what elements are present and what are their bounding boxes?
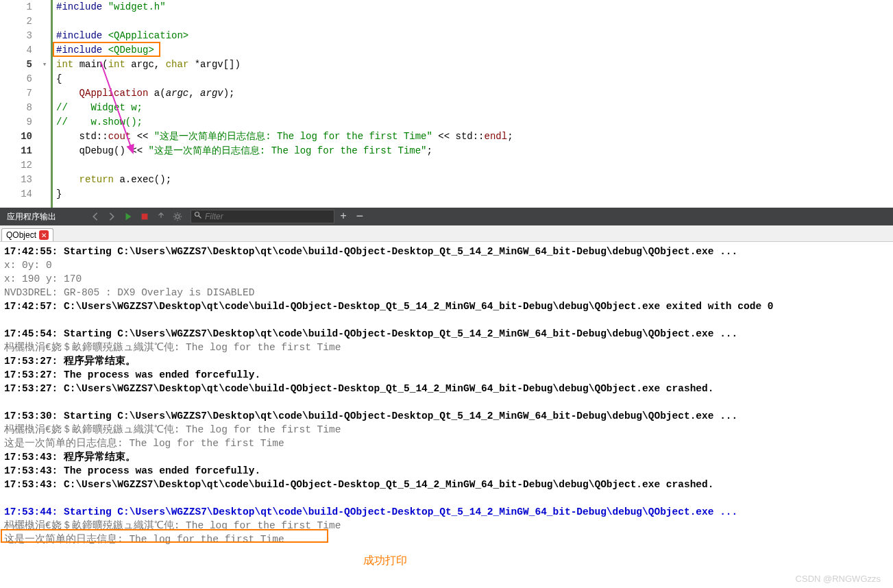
output-line: 17:53:43: C:\Users\WGZZS7\Desktop\qt\cod… (4, 478, 889, 491)
output-line: 17:53:27: C:\Users\WGZZS7\Desktop\qt\cod… (4, 382, 889, 395)
output-line: x: 190 y: 170 (4, 272, 889, 286)
run-button[interactable] (121, 209, 136, 224)
output-line: 17:53:27: 程序异常结束。 (4, 354, 889, 368)
attach-button[interactable] (154, 209, 169, 224)
output-pane[interactable]: 17:42:55: Starting C:\Users\WGZZS7\Deskt… (0, 242, 893, 549)
code-line[interactable]: QApplication a(argc, argv); (51, 86, 893, 101)
close-icon[interactable]: ✕ (39, 230, 49, 240)
code-line[interactable]: #include "widget.h" (51, 0, 893, 14)
output-line: x: 0y: 0 (4, 258, 889, 272)
svg-rect-1 (142, 214, 148, 220)
code-line[interactable]: // Widget w; (51, 101, 893, 115)
code-line[interactable]: { (51, 72, 893, 86)
settings-button[interactable] (170, 209, 185, 224)
code-line[interactable] (51, 158, 893, 173)
output-line: 17:53:43: The process was ended forceful… (4, 464, 889, 478)
code-line[interactable]: // w.show(); (51, 115, 893, 130)
code-area[interactable]: #include "widget.h"#include <QApplicatio… (51, 0, 893, 208)
search-icon (194, 211, 202, 222)
output-tab-bar: QObject ✕ (0, 225, 893, 242)
svg-line-4 (199, 216, 201, 219)
output-line: 17:53:43: 程序异常结束。 (4, 450, 889, 464)
change-indicator (51, 0, 53, 208)
next-button[interactable] (104, 209, 119, 224)
code-line[interactable] (51, 14, 893, 29)
output-line: 17:42:55: Starting C:\Users\WGZZS7\Deskt… (4, 245, 889, 258)
svg-point-2 (175, 215, 179, 218)
tab-label: QObject (6, 230, 36, 240)
panel-title: 应用程序输出 (0, 211, 63, 223)
zoom-out-button[interactable]: − (352, 209, 367, 224)
output-line: 17:53:44: Starting C:\Users\WGZZS7\Deskt… (4, 505, 889, 519)
stop-button[interactable] (137, 209, 152, 224)
output-line (4, 395, 889, 409)
code-line[interactable]: std::cout << "这是一次简单的日志信息: The log for t… (51, 130, 893, 144)
code-line[interactable]: } (51, 187, 893, 201)
output-line: 17:42:57: C:\Users\WGZZS7\Desktop\qt\cod… (4, 299, 889, 313)
code-editor[interactable]: 1234567891011121314 ▾ #include "widget.h… (0, 0, 893, 208)
code-line[interactable]: #include <QApplication> (51, 29, 893, 43)
output-line (4, 313, 889, 327)
output-line: 这是一次简单的日志信息: The log for the first Time (4, 532, 889, 546)
output-line: NVD3DREL: GR-805 : DX9 Overlay is DISABL… (4, 286, 889, 299)
filter-box[interactable] (191, 210, 334, 223)
output-line (4, 491, 889, 505)
output-line: 这是一次简单的日志信息: The log for the first Time (4, 437, 889, 450)
code-line[interactable]: return a.exec(); (51, 173, 893, 187)
code-line[interactable]: #include <QDebug> (51, 43, 893, 58)
output-line: 17:45:54: Starting C:\Users\WGZZS7\Deskt… (4, 327, 889, 341)
output-line: 17:53:30: Starting C:\Users\WGZZS7\Deskt… (4, 409, 889, 423)
output-line: 17:53:27: The process was ended forceful… (4, 368, 889, 382)
output-panel-header: 应用程序输出 + − (0, 208, 893, 225)
zoom-in-button[interactable]: + (336, 209, 351, 224)
output-line: 杩欐槸涓€娆＄畝鍗曠殑鏃ュ織淇℃伅: The log for the first… (4, 519, 889, 532)
output-line: 杩欐槸涓€娆＄畝鍗曠殑鏃ュ織淇℃伅: The log for the first… (4, 423, 889, 437)
filter-input[interactable] (205, 212, 331, 221)
line-number-gutter: 1234567891011121314 (0, 0, 38, 208)
output-line: 杩欐槸涓€娆＄畝鍗曠殑鏃ュ織淇℃伅: The log for the first… (4, 341, 889, 354)
code-line[interactable]: int main(int argc, char *argv[]) (51, 58, 893, 72)
tab-qobject[interactable]: QObject ✕ (1, 228, 53, 241)
svg-point-3 (195, 212, 199, 217)
code-line[interactable]: qDebug() << "这是一次简单的日志信息: The log for th… (51, 144, 893, 158)
fold-column: ▾ (38, 0, 51, 208)
prev-button[interactable] (88, 209, 103, 224)
